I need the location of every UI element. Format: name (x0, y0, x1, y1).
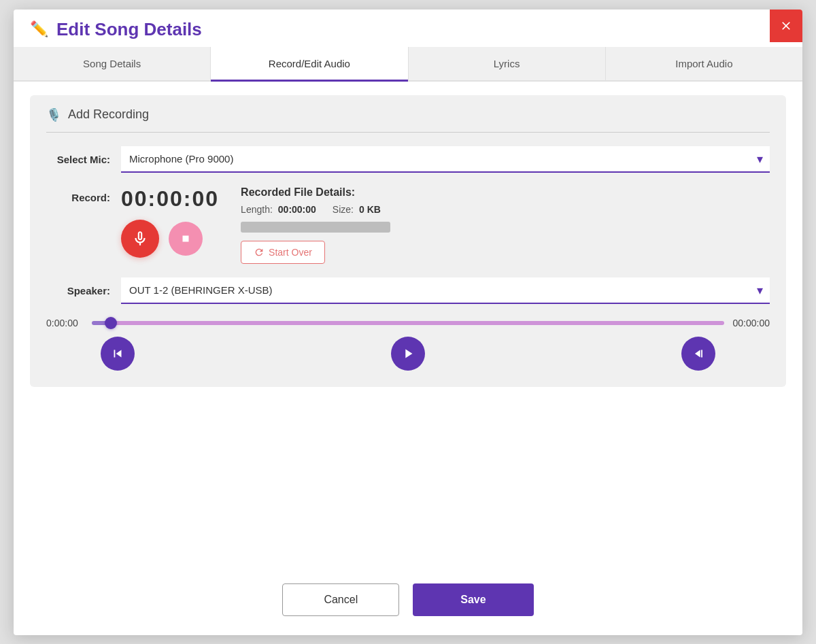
fast-forward-icon (691, 346, 706, 361)
tab-song-details[interactable]: Song Details (14, 47, 211, 80)
rewind-icon (110, 346, 125, 361)
record-timer: 00:00:00 (121, 186, 219, 211)
speaker-select-wrapper: OUT 1-2 (BEHRINGER X-USB) ▾ (121, 277, 770, 304)
start-over-label: Start Over (269, 247, 312, 258)
file-details-row: Length: 00:00:00 Size: 0 KB (241, 204, 770, 215)
slider-track (92, 321, 724, 325)
mic-icon (131, 230, 149, 248)
stop-icon (180, 233, 192, 245)
mic-select[interactable]: Microphone (Pro 9000) (121, 146, 770, 173)
dialog-body: 🎙️ Add Recording Select Mic: Microphone … (14, 82, 802, 570)
record-button[interactable] (121, 220, 159, 258)
pencil-icon: ✏️ (30, 20, 48, 38)
mic-select-wrapper: Microphone (Pro 9000) ▾ (121, 146, 770, 173)
transport-controls (46, 337, 770, 371)
speaker-row: Speaker: OUT 1-2 (BEHRINGER X-USB) ▾ (46, 277, 770, 304)
record-buttons (121, 220, 203, 258)
dialog-header: ✏️ Edit Song Details (14, 10, 802, 47)
mic-row: Select Mic: Microphone (Pro 9000) ▾ (46, 146, 770, 173)
record-label: Record: (46, 186, 121, 203)
playback-row: 0:00:00 00:00:00 (46, 316, 770, 371)
playback-slider-wrapper[interactable] (92, 316, 724, 330)
tab-import-audio[interactable]: Import Audio (606, 47, 802, 80)
slider-row: 0:00:00 00:00:00 (46, 316, 770, 330)
time-start: 0:00:00 (46, 318, 84, 328)
edit-song-dialog: ✏️ Edit Song Details Song Details Record… (14, 10, 802, 635)
dialog-title: Edit Song Details (56, 19, 202, 40)
length-label: Length: (241, 204, 273, 215)
recording-panel: 🎙️ Add Recording Select Mic: Microphone … (30, 95, 786, 387)
tab-record-edit-audio[interactable]: Record/Edit Audio (211, 47, 408, 80)
refresh-icon (254, 247, 265, 258)
tab-lyrics[interactable]: Lyrics (409, 47, 606, 80)
mic-select-area: Microphone (Pro 9000) ▾ (121, 146, 770, 173)
close-button[interactable] (770, 10, 802, 42)
speaker-label: Speaker: (46, 285, 121, 296)
record-area: 00:00:00 (121, 186, 770, 264)
speaker-select-area: OUT 1-2 (BEHRINGER X-USB) ▾ (121, 277, 770, 304)
time-end: 00:00:00 (732, 318, 770, 328)
fast-forward-button[interactable] (681, 337, 715, 371)
length-value: 00:00:00 (278, 204, 316, 215)
record-control-area: 00:00:00 (121, 186, 770, 264)
play-icon (401, 346, 415, 361)
size-value: 0 KB (359, 204, 381, 215)
play-button[interactable] (391, 337, 425, 371)
record-row: Record: 00:00:00 (46, 186, 770, 264)
panel-header: 🎙️ Add Recording (46, 107, 770, 133)
speaker-select[interactable]: OUT 1-2 (BEHRINGER X-USB) (121, 277, 770, 304)
panel-title: Add Recording (68, 107, 149, 122)
dialog-footer: Cancel Save (14, 570, 802, 635)
start-over-button[interactable]: Start Over (241, 241, 325, 264)
tab-bar: Song Details Record/Edit Audio Lyrics Im… (14, 47, 802, 82)
rewind-button[interactable] (101, 337, 135, 371)
select-mic-label: Select Mic: (46, 154, 121, 165)
cancel-button[interactable]: Cancel (282, 583, 399, 616)
recording-progress-bar (241, 222, 390, 233)
size-label: Size: (333, 204, 354, 215)
file-details-title: Recorded File Details: (241, 186, 770, 199)
slider-thumb (105, 317, 117, 329)
save-button[interactable]: Save (413, 583, 533, 616)
record-right: Recorded File Details: Length: 00:00:00 … (241, 186, 770, 264)
stop-button[interactable] (169, 222, 203, 256)
record-left: 00:00:00 (121, 186, 219, 258)
mic-icon-small: 🎙️ (46, 107, 61, 122)
